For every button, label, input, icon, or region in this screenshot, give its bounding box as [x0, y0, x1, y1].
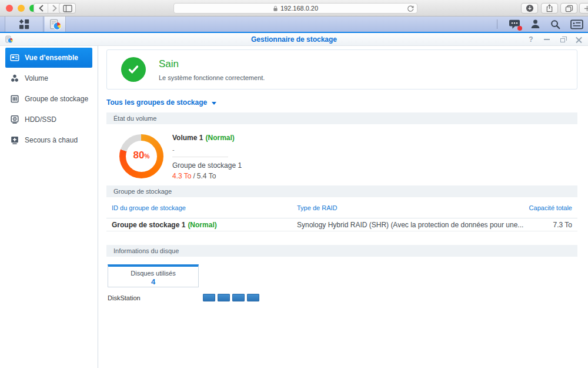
- column-header-pool-id[interactable]: ID du groupe de stockage: [112, 204, 297, 211]
- disk-bars: [203, 294, 259, 301]
- close-window-button[interactable]: [6, 5, 13, 12]
- hdd-icon: [10, 115, 19, 124]
- health-check-icon: [121, 57, 146, 82]
- downloads-button[interactable]: [521, 3, 538, 14]
- disk-host-row: DiskStation: [106, 294, 577, 301]
- tab-used-disks[interactable]: Disques utilisés 4: [108, 264, 199, 287]
- browser-nav-buttons: [34, 3, 62, 14]
- health-description: Le système fonctionne correctement.: [159, 74, 265, 81]
- host-name: DiskStation: [108, 294, 203, 301]
- window-controls: ?: [527, 33, 582, 46]
- volume-pool-name: Groupe de stockage 1: [172, 161, 242, 170]
- pool-table-row[interactable]: Groupe de stockage 1(Normal) Synology Hy…: [106, 218, 577, 231]
- share-button[interactable]: [541, 3, 558, 14]
- user-icon: [530, 19, 540, 29]
- browser-chrome: 192.168.0.20: [0, 0, 588, 16]
- tab-overview-button[interactable]: [560, 3, 577, 14]
- downloads-icon: [526, 4, 534, 12]
- search-button[interactable]: [550, 19, 560, 29]
- widgets-icon: [570, 19, 583, 29]
- sidebar-item-label: HDD/SSD: [25, 115, 56, 124]
- window-close-button[interactable]: [575, 36, 582, 43]
- safari-sidebar-button[interactable]: [59, 3, 76, 14]
- section-header-disk-info: Informations du disque: [106, 245, 577, 257]
- volume-status-panel: 80% Volume 1(Normal) - Groupe de stockag…: [106, 124, 577, 185]
- column-header-raid-type[interactable]: Type de RAID: [297, 204, 529, 211]
- divider: [172, 157, 228, 157]
- back-button[interactable]: [34, 4, 48, 13]
- volume-total: 5.4 To: [197, 172, 216, 180]
- system-health-card: Sain Le système fonctionne correctement.: [106, 49, 577, 89]
- lock-icon: [273, 5, 278, 12]
- sidebar-item-volume[interactable]: Volume: [0, 68, 98, 88]
- disk-unit-3[interactable]: [232, 294, 245, 301]
- forward-icon: [52, 5, 58, 12]
- volume-icon: [10, 74, 19, 83]
- window-traffic-lights: [6, 5, 36, 12]
- pool-id-cell: Groupe de stockage 1(Normal): [112, 221, 297, 229]
- address-bar[interactable]: 192.168.0.20: [173, 3, 417, 14]
- filter-label: Tous les groupes de stockage: [106, 98, 207, 107]
- user-options-button[interactable]: [530, 19, 540, 29]
- storage-manager-window: Gestionnaire de stockage ? Vue d’ensembl…: [0, 33, 588, 368]
- window-title: Gestionnaire de stockage: [0, 35, 588, 44]
- address-url: 192.168.0.20: [280, 5, 318, 12]
- sidebar-item-hot-spare[interactable]: Secours à chaud: [0, 130, 98, 150]
- new-tab-button[interactable]: [579, 3, 588, 14]
- usage-percent: 80: [133, 150, 145, 160]
- window-minimize-button[interactable]: [543, 36, 550, 43]
- volume-status-badge: (Normal): [205, 134, 234, 142]
- storage-manager-icon: [49, 18, 62, 31]
- taskbar-tray: [497, 16, 583, 32]
- volume-usage-donut: 80%: [119, 134, 163, 178]
- sidebar-item-label: Groupe de stockage: [25, 95, 88, 103]
- hot-spare-icon: [10, 135, 19, 145]
- notifications-button[interactable]: [509, 19, 520, 29]
- search-icon: [550, 19, 560, 29]
- section-header-volume-status: État du volume: [106, 112, 577, 124]
- used-disks-label: Disques utilisés: [108, 270, 198, 277]
- section-header-storage-pool: Groupe de stockage: [106, 185, 577, 197]
- sidebar-item-storage-pool[interactable]: Groupe de stockage: [0, 88, 98, 109]
- sidebar-item-label: Volume: [25, 74, 48, 82]
- disk-unit-2[interactable]: [218, 294, 230, 301]
- disk-unit-1[interactable]: [203, 294, 215, 301]
- disk-unit-4[interactable]: [247, 294, 259, 301]
- volume-used: 4.3 To: [172, 172, 191, 180]
- sidebar-item-label: Vue d’ensemble: [25, 54, 78, 62]
- window-maximize-button[interactable]: [559, 36, 566, 43]
- storage-manager-taskbar-button[interactable]: [45, 16, 66, 32]
- pool-capacity-cell: 7.3 To: [553, 221, 572, 229]
- used-disks-count: 4: [108, 277, 198, 286]
- sidebar-item-label: Secours à chaud: [25, 136, 78, 144]
- reload-icon: [406, 5, 415, 13]
- window-titlebar[interactable]: Gestionnaire de stockage ?: [0, 33, 588, 46]
- widgets-button[interactable]: [570, 19, 583, 29]
- volume-usage-row: 4.3 To/5.4 To: [172, 172, 242, 180]
- main-menu-button[interactable]: [5, 16, 44, 32]
- column-header-capacity[interactable]: Capacité totale: [529, 204, 572, 211]
- reload-button[interactable]: [406, 5, 415, 13]
- health-status-text: Sain: [159, 58, 265, 70]
- sidebar-item-overview[interactable]: Vue d’ensemble: [5, 48, 92, 68]
- dsm-taskbar: [0, 16, 588, 33]
- help-button[interactable]: ?: [527, 36, 534, 43]
- tabs-icon: [565, 5, 573, 12]
- sidebar-toggle-icon: [63, 5, 72, 12]
- pool-raid-cell: Synology Hybrid RAID (SHR) (Avec la prot…: [297, 221, 553, 229]
- pool-table-header: ID du groupe de stockage Type de RAID Ca…: [106, 197, 577, 218]
- minimize-window-button[interactable]: [18, 5, 25, 12]
- main-menu-icon: [19, 19, 29, 29]
- share-icon: [546, 4, 553, 12]
- chevron-down-icon: [212, 102, 216, 105]
- taskbar-divider: [497, 19, 497, 29]
- storage-sidebar: Vue d’ensemble Volume Groupe de stockage: [0, 46, 98, 368]
- storage-pool-icon: [10, 94, 19, 104]
- overview-icon: [10, 53, 19, 62]
- storage-pool-filter-dropdown[interactable]: Tous les groupes de stockage: [106, 98, 216, 107]
- plus-icon: [584, 5, 588, 12]
- overview-panel: Sain Le système fonctionne correctement.…: [98, 46, 588, 368]
- back-icon: [38, 5, 44, 12]
- volume-name: Volume 1: [172, 134, 203, 142]
- sidebar-item-hdd-ssd[interactable]: HDD/SSD: [0, 109, 98, 130]
